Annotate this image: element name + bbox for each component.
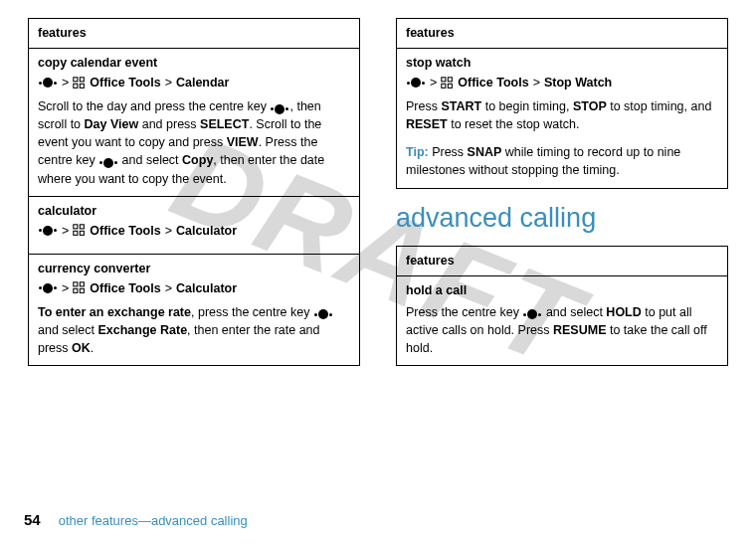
t: Scroll to the day and press the centre k…: [38, 99, 270, 113]
stopwatch-body: Press START to begin timing, STOP to sto…: [406, 97, 718, 133]
t: to begin timing,: [481, 99, 573, 113]
centre-key-icon: [406, 78, 426, 88]
copy-calendar-event: copy calendar event > Office Tools > Cal…: [29, 48, 359, 196]
svg-rect-6: [74, 231, 78, 235]
svg-rect-8: [74, 282, 78, 286]
centre-key-icon: [38, 78, 58, 88]
hold-header: features: [397, 247, 727, 275]
gt: >: [165, 281, 172, 295]
start-key: START: [441, 99, 481, 113]
path-dest: Calendar: [176, 76, 230, 90]
svg-rect-2: [74, 84, 78, 88]
currency-converter: currency converter > Office Tools > Calc…: [29, 254, 359, 365]
right-table-bottom: features hold a call Press the centre ke…: [396, 246, 728, 366]
curr-path: > Office Tools > Calculator: [38, 281, 350, 295]
path-dest: Calculator: [176, 281, 237, 295]
gt: >: [62, 76, 69, 90]
day-view: Day View: [85, 117, 139, 131]
copy-cal-body: Scroll to the day and press the centre k…: [38, 97, 350, 188]
svg-rect-15: [449, 84, 453, 88]
tip-label: Tip:: [406, 145, 429, 159]
gt: >: [533, 76, 540, 90]
left-column: features copy calendar event > Office To…: [28, 18, 360, 366]
path-tools: Office Tools: [458, 76, 528, 90]
left-table: features copy calendar event > Office To…: [28, 18, 360, 366]
left-header: features: [29, 19, 359, 48]
t: to reset the stop watch.: [448, 117, 580, 131]
centre-key-icon: [522, 309, 542, 319]
path-dest: Calculator: [176, 224, 237, 238]
office-tools-icon: [73, 281, 86, 294]
t: Press: [406, 99, 441, 113]
office-tools-icon: [73, 77, 86, 90]
right-table-top: features stop watch > Office Tools > Sto…: [396, 18, 728, 189]
copy-cal-path: > Office Tools > Calendar: [38, 76, 350, 90]
advanced-calling-heading: advanced calling: [396, 203, 728, 234]
t: and press: [138, 117, 200, 131]
t: to stop timing, and: [607, 99, 712, 113]
calc-path: > Office Tools > Calculator: [38, 224, 350, 238]
snap-key: SNAP: [468, 145, 502, 159]
svg-rect-7: [81, 231, 85, 235]
centre-key-icon: [270, 104, 289, 114]
svg-rect-0: [74, 77, 78, 81]
svg-rect-11: [81, 288, 85, 292]
curr-body: To enter an exchange rate, press the cen…: [38, 303, 350, 357]
calc-title: calculator: [38, 204, 350, 218]
exchange-rate: Exchange Rate: [97, 323, 187, 337]
gt: >: [62, 224, 69, 238]
gt: >: [430, 76, 437, 90]
t: and select: [118, 153, 182, 167]
select-key: SELECT: [200, 117, 249, 131]
page-number: 54: [24, 511, 41, 528]
copy-label: Copy: [182, 153, 213, 167]
curr-title: currency converter: [38, 262, 350, 275]
hold-a-call: hold a call Press the centre key and sel…: [397, 275, 727, 365]
svg-rect-14: [442, 84, 446, 88]
svg-rect-3: [81, 84, 85, 88]
stopwatch-tip: Tip: Press SNAP while timing to record u…: [406, 143, 718, 179]
stopwatch-path: > Office Tools > Stop Watch: [406, 76, 718, 90]
t: Press the centre key: [406, 305, 522, 319]
hold-body: Press the centre key and select HOLD to …: [406, 303, 718, 357]
svg-rect-10: [74, 288, 78, 292]
t: and select: [542, 305, 606, 319]
stopwatch-title: stop watch: [406, 56, 718, 70]
svg-rect-5: [81, 225, 85, 229]
centre-key-icon: [313, 309, 333, 319]
centre-key-icon: [98, 158, 118, 168]
calculator: calculator > Office Tools > Calculator: [29, 196, 359, 254]
svg-rect-13: [449, 77, 453, 81]
footer-text: other features—advanced calling: [59, 513, 248, 528]
t: and select: [38, 323, 97, 337]
svg-rect-12: [442, 77, 446, 81]
copy-cal-title: copy calendar event: [38, 56, 350, 70]
reset-key: RESET: [406, 117, 448, 131]
office-tools-icon: [73, 224, 86, 237]
hold-key: HOLD: [606, 305, 641, 319]
path-tools: Office Tools: [90, 76, 160, 90]
path-tools: Office Tools: [90, 224, 160, 238]
right-column: features stop watch > Office Tools > Sto…: [396, 18, 728, 366]
office-tools-icon: [441, 77, 454, 90]
svg-rect-4: [74, 225, 78, 229]
path-tools: Office Tools: [90, 281, 160, 295]
right-header: features: [397, 19, 727, 48]
view-key: VIEW: [227, 135, 259, 149]
path-dest: Stop Watch: [544, 76, 612, 90]
hold-title: hold a call: [406, 283, 718, 297]
gt: >: [62, 281, 69, 295]
curr-lead: To enter an exchange rate: [38, 305, 191, 319]
svg-rect-9: [81, 282, 85, 286]
stop-watch: stop watch > Office Tools > Stop Watch P…: [397, 48, 727, 188]
centre-key-icon: [38, 283, 58, 293]
page-footer: 54 other features—advanced calling: [0, 511, 248, 528]
resume-key: RESUME: [553, 323, 606, 337]
centre-key-icon: [38, 226, 58, 236]
t: Press: [429, 145, 468, 159]
t: , press the centre key: [191, 305, 313, 319]
stop-key: STOP: [573, 99, 607, 113]
gt: >: [165, 224, 172, 238]
ok-key: OK: [72, 341, 91, 355]
svg-rect-1: [81, 77, 85, 81]
